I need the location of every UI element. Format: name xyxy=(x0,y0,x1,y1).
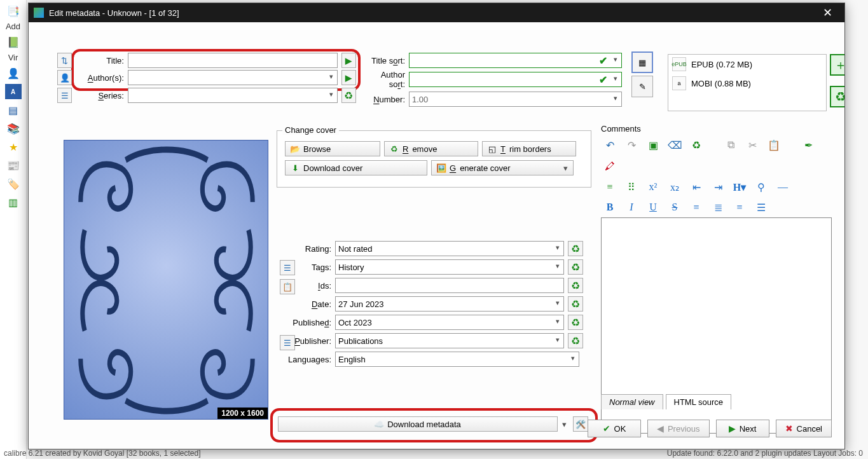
published-label: Published: xyxy=(282,318,331,327)
format-epub[interactable]: ePUB EPUB (0.72 MB) xyxy=(668,55,826,74)
number-input[interactable]: 1.00▾ xyxy=(409,92,622,107)
swap-title-author-icon[interactable]: ⇅ xyxy=(57,53,72,68)
indent-icon[interactable]: ⇥ xyxy=(710,179,726,195)
publisher-label: Publisher: xyxy=(282,336,331,346)
authors-input[interactable]: ▾ xyxy=(128,70,338,85)
select-all-icon[interactable]: ▣ xyxy=(645,137,661,153)
check-icon: ✔ xyxy=(603,423,610,434)
generate-cover-button[interactable]: 🖼️Generate cover▾ xyxy=(431,160,574,175)
author-to-sort-button[interactable]: ▶ xyxy=(341,70,356,85)
date-input[interactable]: 27 Jun 2023▾ xyxy=(335,296,564,312)
heading-icon[interactable]: H▾ xyxy=(732,179,747,195)
rating-label: Rating: xyxy=(282,244,331,254)
authors-label: Author(s): xyxy=(76,73,124,83)
superscript-icon[interactable]: x² xyxy=(645,179,661,195)
sidebar-tag-icon: 🏷️ xyxy=(5,176,22,191)
align-left-icon[interactable]: ≡ xyxy=(689,200,704,215)
comments-panel: Comments ↶ ↷ ▣ ⌫ ♻ ⧉ ✂ 📋 ✒ 🖍 ≡ ⠿ x² x₂ xyxy=(601,124,832,409)
cancel-button[interactable]: ✖Cancel xyxy=(776,420,832,437)
sidebar-person-icon: 👤 xyxy=(5,65,22,81)
author-sort-input[interactable]: ✔▾ xyxy=(409,72,622,87)
sidebar-az-icon: A xyxy=(5,84,22,99)
add-format-button[interactable]: ＋ xyxy=(830,54,844,76)
languages-input[interactable]: English▾ xyxy=(335,352,579,367)
italic-icon[interactable]: I xyxy=(624,200,639,215)
ids-label: Ids: xyxy=(282,281,331,291)
cut-icon[interactable]: ✂ xyxy=(745,137,760,153)
sidebar-news-icon: 📰 xyxy=(5,158,22,173)
previous-button[interactable]: ◀Previous xyxy=(647,420,710,437)
download-cover-button[interactable]: ⬇Download cover xyxy=(285,160,427,175)
remove-button[interactable]: ♻Remove xyxy=(384,141,478,156)
outdent-icon[interactable]: ⇤ xyxy=(689,179,704,195)
ordered-list-icon[interactable]: ≡ xyxy=(602,179,617,195)
number-label: Number: xyxy=(364,95,405,104)
series-icon[interactable]: ☰ xyxy=(57,88,72,103)
rating-input[interactable]: Not rated▾ xyxy=(335,241,564,256)
underline-icon[interactable]: U xyxy=(645,200,661,215)
next-button[interactable]: ▶Next xyxy=(716,420,769,437)
text-color-icon[interactable]: ✒ xyxy=(801,137,816,153)
edit-icon[interactable]: ✎ xyxy=(631,76,653,97)
trim-borders-button[interactable]: ◱Trim borders xyxy=(482,141,576,156)
background-color-icon[interactable]: 🖍 xyxy=(602,159,617,174)
tags-label: Tags: xyxy=(282,263,331,272)
title-label: Title: xyxy=(76,56,124,65)
html-source-tab[interactable]: HTML source xyxy=(666,394,732,409)
series-input[interactable]: ▾ xyxy=(128,88,338,103)
normal-view-tab[interactable]: Normal view xyxy=(601,394,663,409)
ids-input[interactable] xyxy=(335,278,564,293)
configure-download-icon[interactable]: 🛠️ xyxy=(573,416,588,432)
tags-clear[interactable]: ♻ xyxy=(568,259,583,275)
copy-icon[interactable]: ⧉ xyxy=(723,137,738,153)
title-input[interactable] xyxy=(128,53,338,68)
link-icon[interactable]: ⚲ xyxy=(754,179,769,195)
unordered-list-icon[interactable]: ⠿ xyxy=(624,179,639,195)
eraser-icon[interactable]: ⌫ xyxy=(667,137,682,153)
title-to-sort-button[interactable]: ▶ xyxy=(341,53,356,68)
hr-icon[interactable]: ― xyxy=(775,179,790,195)
publisher-clear[interactable]: ♻ xyxy=(568,333,583,348)
rating-clear[interactable]: ♻ xyxy=(568,241,583,256)
published-clear[interactable]: ♻ xyxy=(568,315,583,330)
series-clear-button[interactable]: ♻ xyxy=(341,88,356,103)
window-title: Edit metadata - Unknown - [1 of 32] xyxy=(49,8,179,18)
strike-icon[interactable]: S xyxy=(667,200,682,215)
ok-button[interactable]: ✔OK xyxy=(588,420,641,437)
epub-icon: ePUB xyxy=(672,57,686,71)
ids-clear[interactable]: ♻ xyxy=(568,278,583,293)
comments-title: Comments xyxy=(601,124,832,134)
app-icon xyxy=(34,8,44,18)
published-input[interactable]: Oct 2023▾ xyxy=(335,315,564,330)
tags-input[interactable]: History▾ xyxy=(335,259,564,275)
cover-dimensions: 1200 x 1600 xyxy=(217,408,268,419)
cover-ornament xyxy=(64,140,269,420)
download-metadata-button[interactable]: ☁️ Download metadata ▾ xyxy=(278,416,558,432)
close-icon: ✖ xyxy=(785,423,793,434)
statusbar-left: calibre 6.21 created by Kovid Goyal [32 … xyxy=(4,449,201,458)
undo-icon[interactable]: ↶ xyxy=(602,137,617,153)
redo-icon[interactable]: ↷ xyxy=(624,137,639,153)
titlebar: Edit metadata - Unknown - [1 of 32] ✕ xyxy=(29,3,844,22)
format-mobi[interactable]: a MOBI (0.88 MB) xyxy=(668,74,826,93)
bold-icon[interactable]: B xyxy=(602,200,617,215)
browse-button[interactable]: 📂Browse xyxy=(285,141,380,156)
close-icon[interactable]: ✕ xyxy=(815,6,839,20)
title-sort-input[interactable]: ✔▾ xyxy=(409,53,622,68)
paste-icon[interactable]: 📋 xyxy=(766,137,782,153)
date-clear[interactable]: ♻ xyxy=(568,296,583,312)
cover-preview-icon[interactable]: ▦ xyxy=(631,51,653,73)
align-justify-icon[interactable]: ☰ xyxy=(754,200,769,215)
folder-icon: 📂 xyxy=(291,144,300,153)
comments-toolbar-3: B I U S ≡ ≣ ≡ ☰ xyxy=(601,197,832,217)
subscript-icon[interactable]: x₂ xyxy=(667,179,682,195)
align-right-icon[interactable]: ≡ xyxy=(732,200,747,215)
cover-preview[interactable]: 1200 x 1600 xyxy=(64,140,268,420)
add-label: Add xyxy=(0,22,26,31)
align-center-icon[interactable]: ≣ xyxy=(710,200,726,215)
mobi-icon: a xyxy=(672,76,686,90)
manage-authors-icon[interactable]: 👤 xyxy=(57,70,72,85)
publisher-input[interactable]: Publications▾ xyxy=(335,333,564,348)
remove-format-icon[interactable]: ♻ xyxy=(689,137,704,153)
remove-format-button[interactable]: ♻ xyxy=(830,86,844,107)
